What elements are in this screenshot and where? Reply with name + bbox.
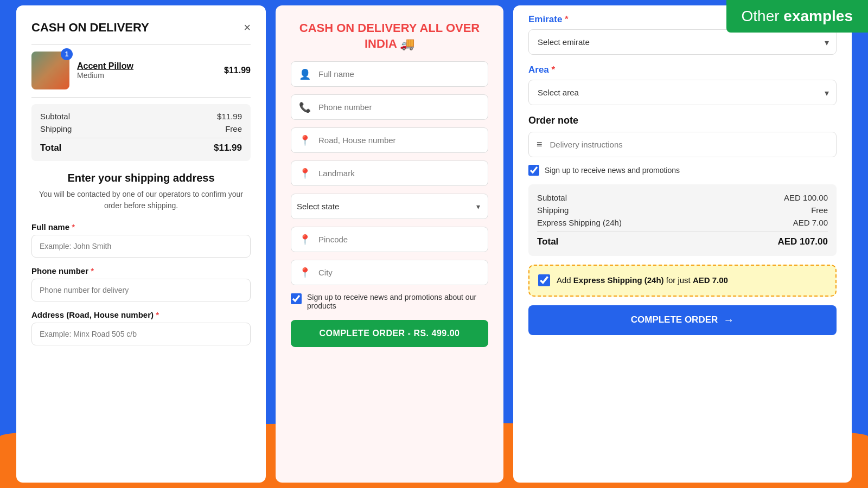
express-shipping-box: Add Express Shipping (24h) for just AED … [528,265,837,297]
right-subtotal-label: Subtotal [537,193,567,202]
middle-pincode-wrapper: 📍 [291,227,488,252]
middle-landmark-input[interactable] [318,161,488,185]
area-select-wrapper: Select area ▾ [528,80,837,105]
product-badge: 1 [61,48,73,60]
right-signup-checkbox[interactable] [528,165,539,176]
close-button[interactable]: × [244,21,251,35]
area-select[interactable]: Select area [528,80,837,105]
middle-complete-order-button[interactable]: COMPLETE ORDER - Rs. 499.00 [291,320,488,347]
product-info: Accent Pillow Medium [77,61,216,80]
total-value: $11.99 [214,143,242,153]
middle-pincode-input[interactable] [318,227,488,252]
right-complete-order-button[interactable]: COMPLETE ORDER → [528,305,837,335]
fullname-label: Full name * [31,222,251,232]
right-subtotal-row: Subtotal AED 100.00 [537,193,828,202]
middle-fullname-input[interactable] [318,62,488,86]
express-text-1: Add [557,275,573,285]
middle-signup-row: Sign up to receive news and promotions a… [291,293,488,310]
other-examples-text-normal: Other [742,8,784,24]
shipping-row: Shipping Free [40,124,242,133]
right-express-value: AED 7.00 [793,218,828,227]
shipping-label: Shipping [40,124,72,133]
shipping-value: Free [225,124,242,133]
chevron-down-icon: ▾ [476,202,488,211]
product-price: $11.99 [224,66,251,75]
middle-signup-checkbox[interactable] [291,293,302,304]
address-label: Address (Road, House number) * [31,310,251,319]
express-text-amount: AED 7.00 [693,275,728,285]
address-input[interactable] [31,323,251,345]
right-signup-label: Sign up to receive news and promotions [545,166,680,175]
panels-container: CASH ON DELIVERY × 1 Accent Pillow Mediu… [16,5,852,483]
express-text-bold: Express Shipping (24h) [573,275,664,285]
location-icon-pincode: 📍 [291,234,318,246]
right-express-row: Express Shipping (24h) AED 7.00 [537,218,828,227]
left-summary-table: Subtotal $11.99 Shipping Free Total $11.… [31,104,251,161]
right-express-label: Express Shipping (24h) [537,218,622,227]
arrow-right-icon: → [723,314,734,326]
fullname-group: Full name * [31,222,251,258]
right-shipping-label: Shipping [537,206,569,215]
middle-panel-title: CASH ON DELIVERY ALL OVER INDIA 🚚 [291,21,488,52]
middle-road-input[interactable] [318,128,488,152]
express-shipping-checkbox[interactable] [538,274,550,286]
total-label: Total [40,143,61,153]
left-panel-header: CASH ON DELIVERY × [31,21,251,35]
shipping-address-subtitle: You will be contacted by one of our oper… [31,189,251,211]
express-text-2: for just [664,275,693,285]
express-shipping-text: Add Express Shipping (24h) for just AED … [557,274,728,287]
middle-city-input[interactable] [318,260,488,285]
fullname-required: * [72,222,75,232]
product-variant: Medium [77,71,216,80]
subtotal-label: Subtotal [40,112,70,121]
left-panel-title: CASH ON DELIVERY [31,21,149,35]
delivery-icon: ≡ [529,139,550,150]
right-shipping-row: Shipping Free [537,206,828,215]
middle-panel: CASH ON DELIVERY ALL OVER INDIA 🚚 👤 📞 📍 … [276,5,503,483]
delivery-input-wrapper: ≡ [528,132,837,157]
phone-input[interactable] [31,279,251,301]
right-panel: Emirate * Select emirate ▾ Area * Select… [513,5,852,483]
right-summary-table: Subtotal AED 100.00 Shipping Free Expres… [528,184,837,256]
product-row: 1 Accent Pillow Medium $11.99 [31,52,251,89]
right-shipping-value: Free [811,206,828,215]
right-total-row: Total AED 107.00 [537,232,828,247]
location-icon-road: 📍 [291,134,318,146]
location-icon-city: 📍 [291,267,318,279]
right-subtotal-value: AED 100.00 [784,193,828,202]
emirate-required: * [565,14,569,24]
middle-road-wrapper: 📍 [291,127,488,153]
middle-phone-input[interactable] [318,95,488,119]
right-complete-order-label: COMPLETE ORDER [631,314,718,325]
phone-group: Phone number * [31,266,251,301]
middle-state-wrapper: Select state ▾ [291,194,488,219]
area-label: Area * [528,65,837,75]
order-note-label: Order note [528,115,837,126]
fullname-input[interactable] [31,235,251,258]
right-total-value: AED 107.00 [777,236,828,247]
emirate-select[interactable]: Select emirate [528,29,837,55]
middle-phone-wrapper: 📞 [291,94,488,120]
middle-landmark-wrapper: 📍 [291,160,488,186]
subtotal-value: $11.99 [217,112,242,121]
total-row: Total $11.99 [40,138,242,153]
other-examples-text-bold: examples [783,8,853,24]
divider-top [31,44,251,45]
product-image: 1 [31,52,69,89]
other-examples-banner: Other examples [726,0,868,33]
middle-state-select[interactable]: Select state [291,194,476,219]
subtotal-row: Subtotal $11.99 [40,112,242,121]
shipping-address-title: Enter your shipping address [31,172,251,184]
divider-product [31,97,251,98]
phone-required: * [91,266,94,275]
middle-fullname-wrapper: 👤 [291,61,488,87]
left-panel: CASH ON DELIVERY × 1 Accent Pillow Mediu… [16,5,266,483]
delivery-instructions-input[interactable] [550,132,836,157]
address-group: Address (Road, House number) * [31,310,251,345]
person-icon: 👤 [291,68,318,80]
middle-city-wrapper: 📍 [291,260,488,285]
product-name: Accent Pillow [77,61,216,71]
emirate-select-wrapper: Select emirate ▾ [528,29,837,55]
location-icon-landmark: 📍 [291,168,318,179]
address-required: * [156,310,159,319]
